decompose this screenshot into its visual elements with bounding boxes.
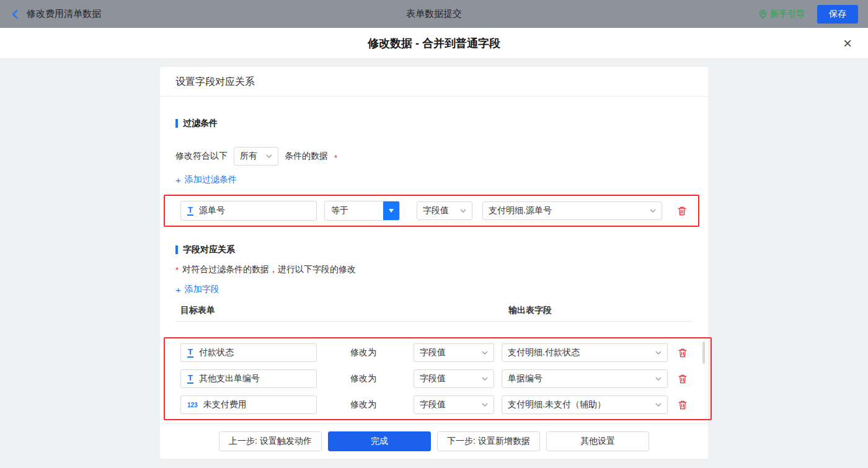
settings-card: 设置字段对应关系 过滤条件 修改符合以下 所有 条件的数据 * + 添加过滤条件 (160, 67, 708, 459)
condition-prefix: 修改符合以下 (175, 151, 228, 162)
section-marker (175, 245, 178, 254)
mapping-row: 123 未支付费用 修改为 字段值 支付明细.未支付（辅助） (180, 394, 711, 415)
delete-mapping-row-icon[interactable] (678, 348, 688, 358)
annotation-box-filter-row: T 源单号 等于 字段值 支付明细.源单号 (164, 195, 699, 227)
required-mark: * (334, 153, 337, 162)
filter-section-title: 过滤条件 (175, 118, 693, 129)
condition-suffix: 条件的数据 (285, 151, 328, 162)
section-marker (175, 119, 178, 128)
mapping-description-line: * 对符合过滤条件的数据，进行以下字段的修改 (175, 264, 693, 275)
dialog-title: 修改数据 - 合并到普通字段 (368, 36, 500, 51)
chevron-down-icon (482, 351, 488, 355)
filter-value-type-select[interactable]: 字段值 (417, 201, 472, 220)
dialog-content: 设置字段对应关系 过滤条件 修改符合以下 所有 条件的数据 * + 添加过滤条件 (0, 59, 868, 468)
add-field-label: 添加字段 (185, 284, 219, 295)
mapping-value-type-select[interactable]: 字段值 (414, 369, 494, 388)
page-title: 表单数据提交 (221, 8, 647, 20)
plus-icon: + (175, 175, 181, 185)
text-field-type-icon: T (187, 206, 193, 216)
topbar-back-group: 修改费用清单数据 (10, 8, 221, 20)
mapping-row: T 付款状态 修改为 字段值 支付明细.付款状态 (180, 342, 711, 363)
chevron-down-icon (655, 351, 662, 355)
filter-section-label: 过滤条件 (183, 118, 218, 129)
mapping-value: 支付明细.付款状态 (508, 347, 580, 358)
mapping-field-input[interactable]: 123 未支付费用 (180, 395, 317, 414)
operator-caret-button[interactable] (383, 201, 399, 220)
mapping-field-input[interactable]: T 其他支出单编号 (180, 369, 317, 388)
chevron-down-icon (650, 209, 656, 213)
required-mark: * (175, 265, 179, 275)
prev-step-button[interactable]: 上一步: 设置触发动作 (219, 431, 322, 451)
filter-condition-line: 修改符合以下 所有 条件的数据 * (175, 147, 693, 166)
operator-select[interactable]: 等于 (324, 201, 400, 221)
mapping-value-type: 字段值 (420, 399, 446, 410)
back-icon[interactable] (10, 9, 21, 20)
column-header-output-field: 输出表字段 (508, 305, 552, 316)
mapping-value-select[interactable]: 单据编号 (502, 369, 668, 388)
topbar: 修改费用清单数据 表单数据提交 新手引导 保存 (0, 0, 868, 28)
modify-to-label: 修改为 (350, 347, 378, 358)
delete-filter-row-icon[interactable] (677, 206, 687, 216)
filter-value-type: 字段值 (423, 205, 449, 216)
mapping-field-name: 未支付费用 (203, 399, 247, 410)
mapping-value-type: 字段值 (420, 373, 446, 384)
modify-to-label: 修改为 (350, 373, 378, 384)
mapping-value-select[interactable]: 支付明细.未支付（辅助） (502, 395, 668, 414)
chevron-down-icon (266, 154, 272, 158)
close-icon[interactable]: × (843, 36, 852, 51)
delete-mapping-row-icon[interactable] (678, 400, 688, 410)
card-footer: 上一步: 设置触发动作 完成 下一步: 设置新增数据 其他设置 (160, 423, 708, 459)
plus-icon: + (175, 285, 181, 295)
other-settings-button[interactable]: 其他设置 (546, 431, 649, 451)
add-filter-condition-link[interactable]: + 添加过滤条件 (175, 174, 237, 185)
operator-value: 等于 (325, 201, 383, 220)
mapping-field-name: 其他支出单编号 (199, 373, 260, 384)
add-filter-condition-label: 添加过滤条件 (185, 174, 237, 185)
chevron-down-icon (460, 209, 466, 213)
delete-mapping-row-icon[interactable] (678, 374, 688, 384)
topbar-actions: 新手引导 保存 (647, 5, 858, 24)
card-header-title: 设置字段对应关系 (160, 67, 708, 97)
divider (175, 321, 693, 322)
beginner-guide-link[interactable]: 新手引导 (759, 9, 805, 20)
modify-to-label: 修改为 (350, 399, 378, 410)
finish-button[interactable]: 完成 (328, 431, 431, 451)
chevron-down-icon (482, 403, 488, 407)
back-label[interactable]: 修改费用清单数据 (27, 8, 101, 20)
mapping-value: 单据编号 (508, 373, 542, 384)
mapping-value-select[interactable]: 支付明细.付款状态 (502, 343, 668, 362)
caret-down-icon (389, 209, 394, 213)
location-pin-icon (759, 9, 767, 19)
mapping-row: T 其他支出单编号 修改为 字段值 单据编号 (180, 368, 711, 389)
card-body: 过滤条件 修改符合以下 所有 条件的数据 * + 添加过滤条件 T 源单号 (160, 97, 708, 423)
mapping-section-label: 字段对应关系 (183, 244, 235, 255)
filter-field-input[interactable]: T 源单号 (180, 201, 317, 221)
number-field-type-icon: 123 (187, 402, 198, 408)
chevron-down-icon (482, 377, 488, 381)
chevron-down-icon (655, 403, 662, 407)
dialog-header: 修改数据 - 合并到普通字段 × (0, 28, 868, 59)
next-step-button[interactable]: 下一步: 设置新增数据 (437, 431, 540, 451)
mapping-value-type: 字段值 (420, 347, 446, 358)
filter-field-name: 源单号 (199, 205, 225, 216)
mapping-description: 对符合过滤条件的数据，进行以下字段的修改 (182, 264, 356, 275)
mapping-table-headers: 目标表单 输出表字段 (175, 305, 693, 316)
save-button[interactable]: 保存 (817, 5, 858, 24)
column-header-target-form: 目标表单 (180, 305, 508, 316)
filter-value: 支付明细.源单号 (489, 205, 552, 216)
match-mode-value: 所有 (240, 151, 257, 162)
match-mode-select[interactable]: 所有 (234, 147, 278, 166)
filter-value-select[interactable]: 支付明细.源单号 (482, 201, 662, 220)
mapping-value-type-select[interactable]: 字段值 (414, 343, 494, 362)
mapping-field-name: 付款状态 (199, 347, 234, 358)
text-field-type-icon: T (187, 374, 193, 384)
mapping-field-input[interactable]: T 付款状态 (180, 343, 317, 362)
annotation-box-mapping-rows: T 付款状态 修改为 字段值 支付明细.付款状态 (164, 337, 712, 420)
mapping-section-title: 字段对应关系 (175, 244, 693, 255)
guide-label: 新手引导 (770, 9, 805, 20)
chevron-down-icon (655, 377, 662, 381)
mapping-value-type-select[interactable]: 字段值 (414, 395, 494, 414)
text-field-type-icon: T (187, 348, 193, 358)
scrollbar-thumb[interactable] (702, 342, 705, 364)
add-field-link[interactable]: + 添加字段 (175, 284, 219, 295)
